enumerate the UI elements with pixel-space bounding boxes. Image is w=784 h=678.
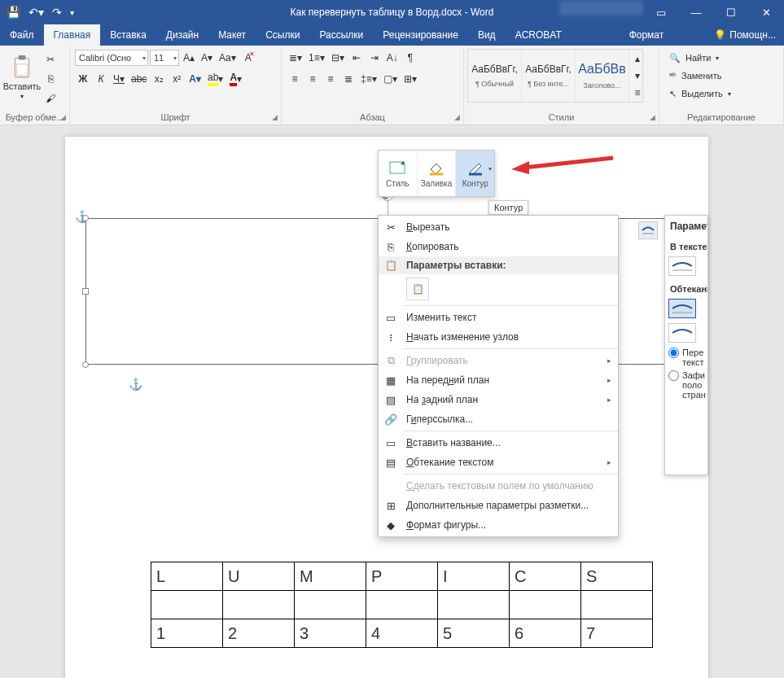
text-effects-icon[interactable]: A▾	[186, 70, 204, 88]
resize-handle-sw[interactable]	[82, 361, 89, 368]
layout-through-icon[interactable]	[668, 323, 696, 343]
decrease-indent-icon[interactable]: ⇤	[348, 49, 365, 67]
tab-mailings[interactable]: Рассылки	[309, 24, 373, 46]
undo-icon[interactable]: ↶▾	[28, 6, 44, 19]
style-heading1[interactable]: АаБбВвЗаголово...	[576, 50, 629, 102]
ctx-copy[interactable]: ⎘Копировать	[379, 237, 618, 256]
format-painter-icon[interactable]: 🖌	[42, 90, 59, 107]
ctx-send-back[interactable]: ▨На задний план▸	[379, 390, 618, 409]
styles-more-icon[interactable]: ≡	[629, 85, 646, 102]
increase-indent-icon[interactable]: ⇥	[366, 49, 383, 67]
dialog-launcher-icon[interactable]: ◢	[454, 113, 460, 121]
layout-icon: ⊞	[383, 498, 398, 513]
align-left-icon[interactable]: ≡	[287, 70, 303, 88]
layout-move-with-text[interactable]: Пере текст	[668, 348, 707, 367]
line-spacing-icon[interactable]: ‡≡▾	[358, 70, 379, 88]
underline-button[interactable]: Ч▾	[111, 70, 127, 88]
ctx-hyperlink[interactable]: 🔗Гиперссылка...	[379, 409, 618, 429]
resize-handle-w[interactable]	[82, 288, 89, 295]
layout-square-icon[interactable]	[668, 299, 696, 318]
paste-button[interactable]: Вставить ▾	[5, 49, 39, 100]
tab-home[interactable]: Главная	[44, 24, 101, 46]
dialog-launcher-icon[interactable]: ◢	[272, 113, 278, 121]
redo-icon[interactable]: ↷	[52, 6, 62, 19]
styles-down-icon[interactable]: ▾	[629, 67, 646, 84]
ctx-wrap-text[interactable]: ▤Обтекание текстом▸	[379, 453, 618, 472]
mini-style-button[interactable]: Стиль	[379, 151, 418, 196]
qat-more-icon[interactable]: ▾	[70, 8, 74, 17]
tab-references[interactable]: Ссылки	[256, 24, 309, 46]
tab-format[interactable]: Формат	[620, 24, 674, 46]
multilevel-icon[interactable]: ⊟▾	[329, 49, 347, 67]
tell-me[interactable]: 💡 Помощн...	[706, 24, 784, 46]
close-icon[interactable]: ✕	[749, 0, 784, 24]
grow-font-icon[interactable]: A▴	[181, 49, 197, 67]
font-color-icon[interactable]: A▾	[227, 70, 244, 88]
resize-handle-nw[interactable]	[82, 215, 89, 221]
tab-review[interactable]: Рецензирование	[373, 24, 468, 46]
justify-icon[interactable]: ≣	[340, 70, 357, 88]
pen-icon	[466, 160, 484, 177]
wrap-icon: ▤	[383, 455, 398, 470]
font-name-combo[interactable]: Calibri (Осно	[75, 50, 148, 66]
highlight-icon[interactable]: ab▾	[205, 70, 226, 88]
shading-icon[interactable]: ▢▾	[381, 70, 400, 88]
ribbon-display-icon[interactable]: ▭	[643, 0, 678, 24]
textbox-icon: ▭	[383, 310, 398, 325]
bold-button[interactable]: Ж	[75, 70, 91, 88]
align-center-icon[interactable]: ≡	[304, 70, 321, 88]
replace-button[interactable]: ᵃᵇЗаменить	[664, 67, 726, 85]
page[interactable]: ⚓ ⟳ ⚓ Стиль Заливка	[65, 137, 708, 678]
subscript-button[interactable]: x₂	[151, 70, 167, 88]
tab-layout[interactable]: Макет	[208, 24, 256, 46]
ctx-more-layout[interactable]: ⊞Дополнительные параметры разметки...	[379, 496, 618, 515]
align-right-icon[interactable]: ≡	[322, 70, 339, 88]
italic-button[interactable]: К	[93, 70, 109, 88]
clear-formatting-icon[interactable]: A✕	[240, 49, 256, 67]
styles-gallery[interactable]: АаБбВвГг,¶ Обычный АаБбВвГг,¶ Без инте..…	[467, 49, 643, 103]
cursor-icon: ↖	[669, 89, 677, 99]
layout-fix-position[interactable]: Зафи поло стран	[668, 370, 707, 400]
strikethrough-button[interactable]: abc	[129, 70, 149, 88]
mini-fill-button[interactable]: Заливка	[418, 151, 457, 196]
dialog-launcher-icon[interactable]: ◢	[60, 113, 66, 121]
table-row: 1234567	[151, 619, 653, 648]
style-normal[interactable]: АаБбВвГг,¶ Обычный	[468, 50, 522, 102]
mini-outline-button[interactable]: Контур ▾	[456, 151, 494, 196]
numbering-icon[interactable]: 1≡▾	[306, 49, 327, 67]
tab-file[interactable]: Файл	[0, 24, 44, 46]
maximize-icon[interactable]: ☐	[714, 0, 749, 24]
cut-icon[interactable]: ✂	[42, 50, 59, 68]
styles-up-icon[interactable]: ▴	[629, 50, 646, 67]
ctx-cut[interactable]: ✂Вырезать	[379, 217, 618, 237]
bullets-icon[interactable]: ≣▾	[287, 49, 304, 67]
tab-acrobat[interactable]: ACROBAT	[506, 24, 572, 46]
group-styles: АаБбВвГг,¶ Обычный АаБбВвГг,¶ Без инте..…	[464, 46, 659, 125]
sort-icon[interactable]: A↓	[384, 49, 401, 67]
layout-options-button[interactable]	[638, 221, 658, 239]
layout-inline-icon[interactable]	[668, 256, 696, 276]
dialog-launcher-icon[interactable]: ◢	[650, 113, 655, 121]
ctx-format-shape[interactable]: ◆Формат фигуры...	[379, 515, 618, 535]
minimize-icon[interactable]: —	[678, 0, 713, 24]
change-case-icon[interactable]: Aa▾	[217, 49, 239, 67]
ctx-bring-front[interactable]: ▦На передний план▸	[379, 370, 618, 390]
ctx-insert-caption[interactable]: ▭Вставить название...	[379, 433, 618, 453]
ctx-edit-points[interactable]: ⫶Начать изменение узлов	[379, 327, 618, 347]
show-marks-icon[interactable]: ¶	[402, 49, 418, 67]
paste-keep-formatting-icon[interactable]: 📋	[406, 278, 429, 300]
find-button[interactable]: 🔍Найти▾	[664, 49, 724, 67]
ctx-edit-text[interactable]: ▭Изменить текст	[379, 308, 618, 327]
tab-design[interactable]: Дизайн	[156, 24, 208, 46]
superscript-button[interactable]: x²	[169, 70, 185, 88]
save-icon[interactable]: 💾	[7, 6, 20, 19]
style-no-spacing[interactable]: АаБбВвГг,¶ Без инте...	[522, 50, 576, 102]
font-size-combo[interactable]: 11	[150, 50, 179, 66]
select-button[interactable]: ↖Выделить▾	[664, 85, 736, 103]
borders-icon[interactable]: ⊞▾	[401, 70, 419, 88]
shrink-font-icon[interactable]: A▾	[199, 49, 215, 67]
tab-view[interactable]: Вид	[468, 24, 506, 46]
tab-insert[interactable]: Вставка	[100, 24, 156, 46]
copy-icon[interactable]: ⎘	[42, 70, 59, 88]
data-table[interactable]: LUMPICS 1234567	[151, 562, 653, 648]
